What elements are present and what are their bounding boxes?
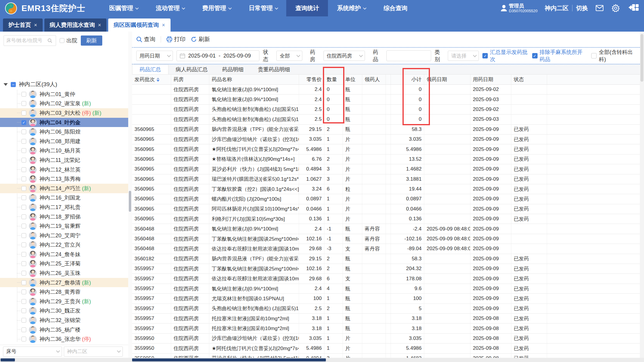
- patient-row[interactable]: 神内二10_杨月英: [0, 146, 128, 156]
- refresh-button[interactable]: 刷新: [191, 35, 210, 43]
- patient-row[interactable]: 神内二24_詹冬妹: [0, 250, 128, 259]
- sidebar-scroll-thumb[interactable]: [129, 191, 131, 212]
- discharged-filter[interactable]: 出院: [60, 37, 77, 44]
- exclude-anesthesia-checkbox[interactable]: [532, 53, 538, 58]
- table-row[interactable]: 3559957住院西药房依达拉奉右莰醇注射用浓溶液[国谈10mg:2.529.6…: [132, 274, 640, 284]
- patient-checkbox[interactable]: [21, 167, 26, 172]
- subtab-药品明细[interactable]: 药品明细: [215, 64, 251, 74]
- table-hscroll-thumb[interactable]: [132, 358, 326, 361]
- close-icon[interactable]: ×: [34, 22, 37, 28]
- settings-gear-icon[interactable]: [611, 4, 620, 13]
- tree-minus-icon[interactable]: −: [11, 82, 16, 87]
- table-row[interactable]: 3560965住院西药房★替格瑞洛片(倍林达)(J)[90mg*14s+]6.7…: [132, 154, 640, 164]
- patient-checkbox[interactable]: [21, 318, 26, 323]
- category-select[interactable]: 请选择: [448, 51, 479, 61]
- patient-row[interactable]: 神内二35_杨广楼: [0, 325, 128, 335]
- horizontal-scrollbar[interactable]: [0, 358, 644, 362]
- table-row[interactable]: 3559957住院西药房氯化钠注射液(J)[0.9%*100ml]2.44瓶9.…: [132, 284, 640, 294]
- drug-input[interactable]: [386, 50, 431, 61]
- date-type-select[interactable]: 用药日期: [136, 51, 173, 61]
- patient-checkbox[interactable]: [21, 327, 26, 332]
- patient-checkbox[interactable]: [21, 158, 26, 163]
- menu-医嘱管理[interactable]: 医嘱管理: [100, 0, 147, 16]
- sidebar-hscroll-thumb[interactable]: [1, 358, 15, 361]
- patient-row[interactable]: 神内二17_邓礼贵: [0, 202, 128, 212]
- patient-row[interactable]: 神内二08_郑用建: [0, 137, 128, 146]
- patient-search-input[interactable]: [6, 38, 46, 43]
- subtab-贵重药品明细[interactable]: 贵重药品明细: [251, 64, 297, 74]
- patient-checkbox[interactable]: [21, 308, 26, 313]
- exclude-anesthesia-filter[interactable]: 排除手麻系统所开药品: [532, 49, 588, 63]
- sidebar-bottom-select-1[interactable]: 神内二区: [64, 346, 123, 357]
- patient-row[interactable]: 神内二37_游根秀(新): [0, 344, 128, 344]
- close-icon[interactable]: ×: [162, 22, 165, 28]
- table-row[interactable]: 3560468住院西药房丁苯酞氯化钠注射液[国谈25mg*100ml<<]102…: [132, 234, 640, 244]
- patient-checkbox[interactable]: [21, 242, 26, 247]
- date-range-picker[interactable]: 2025-09-01 - 2025-09-09: [177, 50, 259, 61]
- patient-row[interactable]: 神内二19_翁秉辉: [0, 221, 128, 231]
- menu-日常管理[interactable]: 日常管理: [240, 0, 286, 16]
- patient-checkbox[interactable]: [21, 186, 26, 191]
- menu-费用管理[interactable]: 费用管理: [193, 0, 240, 16]
- show-batch-filter[interactable]: 汇总显示发药批次: [482, 49, 528, 63]
- patient-row[interactable]: 神内二12_林兰英: [0, 165, 128, 174]
- table-row[interactable]: 3560965住院西药房螺内酯片(沈阳) (J)[20mg*100s]0.089…: [132, 194, 640, 204]
- menu-综合查询[interactable]: 综合查询: [374, 0, 416, 16]
- table-row[interactable]: 3559950住院西药房★阿托伐他汀钙片(立普妥)(J)[20mg*7s<<]5…: [132, 344, 640, 353]
- patient-checkbox[interactable]: [21, 139, 26, 144]
- column-header-5[interactable]: 单位: [343, 75, 362, 84]
- user-block[interactable]: 管理员 D350702005520: [501, 3, 538, 13]
- table-row[interactable]: 3559950住院西药房沙库巴曲缬沙坦钠片（诺欣妥）(控3)[100m3.035…: [132, 334, 640, 344]
- query-button[interactable]: 查询: [136, 35, 155, 43]
- subtab-药品汇总[interactable]: 药品汇总: [132, 64, 168, 74]
- patient-checkbox[interactable]: [21, 101, 26, 106]
- subtab-病人药品汇总[interactable]: 病人药品汇总: [168, 64, 215, 74]
- patient-checkbox[interactable]: [21, 129, 26, 134]
- switch-ward-button[interactable]: 切换: [576, 4, 588, 12]
- patient-checkbox[interactable]: [21, 271, 26, 276]
- column-header-6[interactable]: 领药人: [362, 75, 386, 84]
- patient-row[interactable]: 神内二32_张锦荣: [0, 315, 128, 325]
- column-header-1[interactable]: 药房: [171, 75, 209, 84]
- patient-checkbox[interactable]: [21, 214, 26, 219]
- menu-查询统计[interactable]: 查询统计: [286, 0, 328, 16]
- show-batch-checkbox[interactable]: [482, 53, 488, 58]
- tab-病人费用流水查询[interactable]: 病人费用流水查询×: [44, 18, 107, 32]
- column-header-4[interactable]: 数量: [324, 75, 343, 84]
- include-all-checkbox[interactable]: [591, 53, 597, 58]
- include-all-filter[interactable]: 全部(含转科出科): [591, 49, 636, 63]
- main-scroll-thumb[interactable]: [640, 34, 643, 82]
- table-row[interactable]: 住院西药房氯化钠注射液(J)[0.9%*100ml]2.40瓶02025-09-…: [132, 85, 640, 95]
- table-row[interactable]: 住院西药房头孢曲松钠注射剂(海曲松) (J)[(国采5)1g]2.50瓶0202…: [132, 115, 640, 124]
- patient-row[interactable]: 神内二03_刘大松(停)(新): [0, 108, 128, 118]
- patient-checkbox[interactable]: [21, 111, 26, 115]
- column-header-9[interactable]: 领药日期: [424, 75, 470, 84]
- print-button[interactable]: 打印: [166, 35, 185, 43]
- patient-row[interactable]: 神内二36_张忠华(停): [0, 334, 128, 344]
- date-end[interactable]: 2025-09-09: [223, 53, 251, 59]
- patient-row[interactable]: 神内二30_魏正发: [0, 306, 128, 316]
- patient-checkbox[interactable]: [21, 195, 26, 200]
- table-row[interactable]: 3559957住院西药房丁苯酞氯化钠注射液[国谈25mg*100ml<<]102…: [132, 264, 640, 274]
- table-row[interactable]: 3560468住院西药房氯化钠注射液(J)[0.9%*100ml]2.4-1瓶蒋…: [132, 224, 640, 234]
- tab-护士首页[interactable]: 护士首页×: [3, 18, 43, 32]
- patient-row[interactable]: 神内二13_陈秀梅: [0, 174, 128, 184]
- patient-checkbox[interactable]: [21, 290, 26, 294]
- patient-row[interactable]: 神内二01_黄仲: [0, 89, 128, 99]
- patient-row[interactable]: 神内二22_官立兴: [0, 240, 128, 250]
- table-row[interactable]: 3559950住院西药房莫沙必利片（快力）(J)[国4续3) 5mg*18s*1…: [132, 354, 640, 358]
- sort-icon[interactable]: [157, 78, 160, 82]
- patient-checkbox[interactable]: [21, 337, 26, 341]
- apps-grid-icon[interactable]: [632, 4, 639, 11]
- table-row[interactable]: 3560965住院西药房★阿托伐他汀钙片(立普妥)(J)[20mg*7s<<]5…: [132, 144, 640, 154]
- patient-checkbox[interactable]: [21, 280, 26, 285]
- patient-row[interactable]: 神内二18_罗招俤: [0, 212, 128, 222]
- menu-流动管理[interactable]: 流动管理: [147, 0, 193, 16]
- patient-checkbox[interactable]: [21, 233, 26, 238]
- patient-row[interactable]: 神内二25_王泽菊: [0, 259, 128, 269]
- patient-checkbox[interactable]: [21, 224, 26, 228]
- sidebar-bottom-select-0[interactable]: 床号: [3, 346, 62, 357]
- table-row[interactable]: 住院西药房氯化钠注射液(J)[0.9%*100ml]2.40瓶02025-09-…: [132, 95, 640, 104]
- patient-row[interactable]: 神内二28_黄秀蓉: [0, 287, 128, 297]
- patient-checkbox[interactable]: [21, 205, 26, 210]
